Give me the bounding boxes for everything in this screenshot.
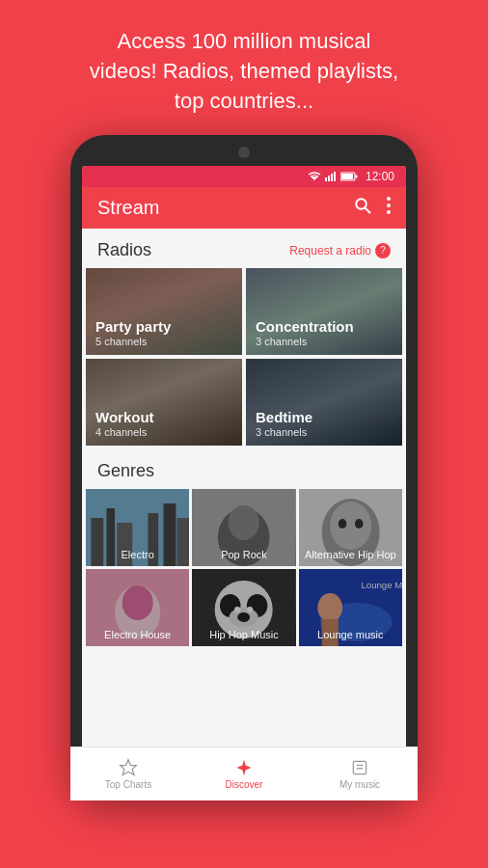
svg-rect-1 [325, 177, 327, 181]
search-icon[interactable] [354, 197, 371, 219]
phone-screen: 12:00 Stream [82, 166, 406, 758]
app-header: Stream [82, 187, 406, 229]
signal-icon [325, 172, 337, 181]
genres-grid: Electro Pop Rock [82, 489, 406, 646]
status-time: 12:00 [366, 170, 394, 183]
genre-hiphop-name: Hip Hop Music [209, 629, 279, 640]
status-bar: 12:00 [82, 166, 406, 187]
wifi-icon [308, 172, 321, 181]
phone-camera [238, 147, 250, 158]
radios-title: Radios [97, 240, 151, 260]
genres-section-header: Genres [82, 449, 406, 489]
radio-grid: Party party 5 channels Concentration 3 c… [82, 268, 406, 446]
radio-card-party[interactable]: Party party 5 channels [86, 268, 242, 355]
radio-bedtime-name: Bedtime [256, 409, 312, 426]
svg-point-12 [387, 210, 391, 214]
bottom-nav: Top Charts Discover My music [82, 746, 406, 758]
genre-electrohouse-name: Electro House [104, 629, 171, 640]
svg-marker-0 [311, 176, 318, 180]
genre-lounge-name: Lounge music [317, 629, 384, 640]
nav-discover[interactable]: Discover [186, 747, 302, 758]
svg-rect-7 [341, 174, 353, 179]
radio-bedtime-channels: 3 channels [256, 426, 307, 438]
radio-concentration-name: Concentration [256, 318, 354, 336]
genre-poprock-name: Pop Rock [221, 549, 267, 560]
genre-card-poprock[interactable]: Pop Rock [192, 489, 295, 566]
svg-point-10 [387, 197, 391, 201]
genres-title: Genres [97, 461, 154, 481]
svg-rect-6 [355, 176, 357, 178]
content-area: Radios Request a radio ? Party party 5 c… [82, 229, 406, 758]
battery-icon [340, 172, 358, 181]
radio-workout-name: Workout [95, 409, 154, 426]
app-title: Stream [97, 197, 159, 219]
svg-line-9 [365, 208, 369, 213]
phone-frame: 12:00 Stream [70, 135, 418, 800]
genre-card-hiphop[interactable]: Hip Hop Music [192, 569, 295, 646]
svg-rect-3 [331, 174, 333, 181]
request-radio-link[interactable]: Request a radio ? [289, 243, 391, 258]
genre-card-electrohouse[interactable]: Electro House [86, 569, 189, 646]
radio-party-channels: 5 channels [95, 336, 147, 347]
more-options-icon[interactable] [387, 197, 391, 219]
svg-point-11 [387, 203, 391, 207]
radio-concentration-channels: 3 channels [256, 336, 307, 347]
tagline: Access 100 million musical videos! Radio… [51, 0, 437, 135]
radio-card-bedtime[interactable]: Bedtime 3 channels [246, 359, 402, 446]
radio-card-workout[interactable]: Workout 4 channels [86, 359, 242, 446]
genre-althiphop-name: Alternative Hip Hop [305, 549, 396, 560]
nav-my-music[interactable]: My music [302, 747, 406, 758]
svg-rect-2 [328, 176, 330, 181]
genre-card-lounge[interactable]: Lounge Mu Lounge music [299, 569, 402, 646]
radio-card-concentration[interactable]: Concentration 3 channels [246, 268, 402, 355]
genre-electro-name: Electro [122, 549, 154, 560]
genre-card-electro[interactable]: Electro [86, 489, 189, 566]
svg-rect-4 [334, 172, 336, 181]
nav-top-charts[interactable]: Top Charts [82, 747, 186, 758]
radios-section-header: Radios Request a radio ? [82, 229, 406, 268]
radio-workout-channels: 4 channels [95, 426, 147, 438]
genre-card-althiphop[interactable]: Alternative Hip Hop [299, 489, 402, 566]
radio-party-name: Party party [95, 318, 171, 336]
